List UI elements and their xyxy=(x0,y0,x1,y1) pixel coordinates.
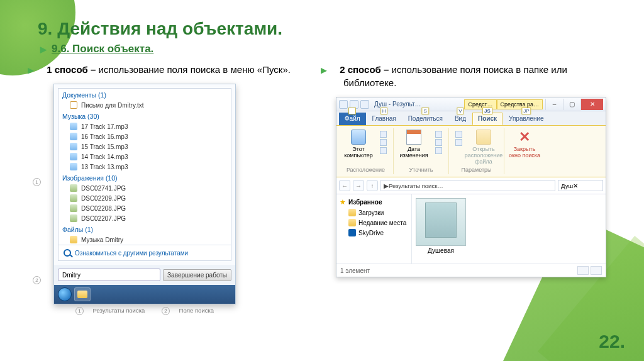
section-documents[interactable]: Документы (1) xyxy=(58,89,231,100)
ribbon-open-location: Открыть расположение файла xyxy=(467,130,500,165)
folder-icon xyxy=(380,147,387,154)
audio-icon xyxy=(70,143,77,150)
start-orb-icon[interactable] xyxy=(58,287,72,301)
tab-file[interactable]: ФФайл xyxy=(339,113,366,125)
start-search-input[interactable] xyxy=(58,269,160,281)
star-icon: ★ xyxy=(340,198,346,206)
search-icon xyxy=(64,249,71,257)
ribbon-mini-item[interactable] xyxy=(380,147,387,154)
taskbar xyxy=(54,285,235,304)
ribbon-mini-item[interactable] xyxy=(380,131,387,138)
image-icon xyxy=(70,184,77,192)
image-icon xyxy=(70,214,77,222)
see-all-results[interactable]: Ознакомиться с другими результатами xyxy=(58,245,231,260)
folder-icon xyxy=(77,291,87,298)
folder-icon xyxy=(348,209,356,216)
result-item[interactable]: DSC02741.JPG xyxy=(58,183,231,193)
history-icon xyxy=(455,131,462,138)
tree-favorites[interactable]: ★Избранное xyxy=(338,197,409,208)
slide-title: 9. Действия над объектами. xyxy=(38,19,606,39)
section-images[interactable]: Изображения (10) xyxy=(58,172,231,183)
ribbon-mini-item[interactable] xyxy=(380,139,387,146)
result-item[interactable]: DSC02209.JPG xyxy=(58,193,231,203)
computer-icon xyxy=(351,130,366,145)
cloud-icon xyxy=(348,229,356,236)
nav-tree: ★Избранное Загрузки Недавние места SkyDr… xyxy=(336,194,412,264)
result-item[interactable]: Письмо для Dmitry.txt xyxy=(58,100,231,110)
tab-search[interactable]: JSПоиск xyxy=(472,113,502,125)
page-number: 22. xyxy=(599,331,625,352)
tab-home[interactable]: HГлавная xyxy=(367,113,402,125)
result-label: Душевая xyxy=(416,247,466,254)
result-item[interactable]: 17 Track 17.mp3 xyxy=(58,121,231,131)
ribbon-mini-item[interactable] xyxy=(435,139,442,146)
audio-icon xyxy=(70,153,77,160)
figure-legend: 1 Результаты поиска 2 Поле поиска xyxy=(44,307,245,315)
maximize-button[interactable]: ▢ xyxy=(563,99,580,110)
doc-icon xyxy=(70,101,77,109)
ribbon-mini-item[interactable] xyxy=(455,131,462,138)
nav-back-button[interactable]: ← xyxy=(339,180,350,191)
search-input[interactable]: Душ ✕ xyxy=(558,180,603,191)
ribbon-group-label: Параметры xyxy=(462,165,492,173)
callout-1: 1 xyxy=(33,178,41,186)
ribbon-group-label: Уточнить xyxy=(409,165,433,173)
tree-downloads[interactable]: Загрузки xyxy=(338,208,409,218)
tab-manage[interactable]: JPУправление xyxy=(503,113,550,125)
address-bar[interactable]: ▶ Результаты поиск… xyxy=(380,180,555,191)
folder-icon xyxy=(476,130,491,145)
tree-skydrive[interactable]: SkyDrive xyxy=(338,228,409,238)
thumbnail-icon xyxy=(416,198,466,246)
ribbon-close-search[interactable]: ✕Закрыть окно поиска xyxy=(508,130,541,158)
nav-up-button[interactable]: ↑ xyxy=(367,180,378,191)
start-menu-panel: Документы (1) Письмо для Dmitry.txt Музы… xyxy=(53,84,236,304)
audio-icon xyxy=(70,163,77,170)
calendar-icon xyxy=(406,130,421,145)
close-icon: ✕ xyxy=(517,130,532,145)
folder-icon xyxy=(348,219,356,226)
nav-forward-button[interactable]: → xyxy=(353,180,364,191)
result-item[interactable]: 13 Track 13.mp3 xyxy=(58,162,231,172)
result-item[interactable]: Музыка Dmitry xyxy=(58,235,231,245)
tree-recent[interactable]: Недавние места xyxy=(338,218,409,228)
search-result-item[interactable]: Душевая xyxy=(416,198,466,254)
explorer-window: Душ - Результ… Средст… Средства ра… – ▢ … xyxy=(336,97,606,277)
qat-icon[interactable] xyxy=(339,100,348,109)
close-button[interactable]: ✕ xyxy=(580,99,603,110)
ribbon-mini-item[interactable] xyxy=(435,131,442,138)
tab-view[interactable]: VВид xyxy=(449,113,472,125)
tag-icon xyxy=(435,147,442,154)
ribbon-date-modified[interactable]: Дата изменения xyxy=(397,130,430,158)
folder-icon xyxy=(380,139,387,146)
slide-subtitle: 9.6. Поиск объекта. xyxy=(40,43,606,55)
view-thumbs-button[interactable] xyxy=(591,266,602,275)
qat-icon[interactable] xyxy=(360,100,369,109)
view-details-button[interactable] xyxy=(577,266,589,275)
method-1-text: 1 способ – использование поля поиска в м… xyxy=(38,63,312,76)
audio-icon xyxy=(70,133,77,140)
section-music[interactable]: Музыка (30) xyxy=(58,110,231,121)
result-item[interactable]: 15 Track 15.mp3 xyxy=(58,142,231,152)
shutdown-button[interactable]: Завершение работы xyxy=(163,269,231,281)
status-text: 1 элемент xyxy=(340,267,370,274)
result-item[interactable]: 14 Track 14.mp3 xyxy=(58,152,231,162)
window-title: Душ - Результ… xyxy=(372,101,462,108)
context-tab[interactable]: Средства ра… xyxy=(497,99,543,109)
ribbon-mini-item[interactable] xyxy=(435,147,442,154)
ribbon-mini-item[interactable] xyxy=(455,139,462,146)
audio-icon xyxy=(70,123,77,130)
result-item[interactable]: DSC02207.JPG xyxy=(58,213,231,223)
callout-2: 2 xyxy=(33,276,41,284)
ribbon-this-pc[interactable]: Этот компьютер xyxy=(342,130,375,158)
result-item[interactable]: 16 Track 16.mp3 xyxy=(58,131,231,142)
minimize-button[interactable]: – xyxy=(545,99,563,110)
result-item[interactable]: DSC02208.JPG xyxy=(58,203,231,213)
image-icon xyxy=(70,204,77,212)
method-2-text: 2 способ – использование поля поиска в п… xyxy=(331,63,606,89)
tag-icon xyxy=(435,139,442,146)
tab-share[interactable]: SПоделиться xyxy=(402,113,448,125)
ribbon-group-label: Расположение xyxy=(347,165,385,173)
section-files[interactable]: Файлы (1) xyxy=(58,223,231,235)
taskbar-explorer-icon[interactable] xyxy=(74,287,91,301)
folder-icon xyxy=(70,236,77,243)
